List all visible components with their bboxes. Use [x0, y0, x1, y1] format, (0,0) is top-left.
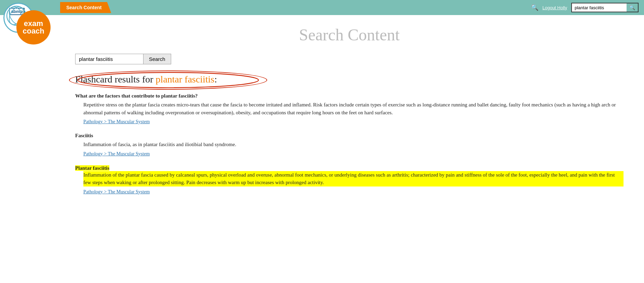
search-bar: Search	[75, 54, 624, 64]
top-search-input[interactable]	[572, 4, 627, 12]
result-1-question: What are the factors that contribute to …	[75, 93, 624, 99]
results-heading-suffix: :	[214, 74, 217, 85]
results-query-term: plantar fasciitis	[156, 74, 215, 85]
top-nav-right: 🔍 Logout Holly 🔍	[531, 3, 639, 12]
logo-container: abmp exam coach	[0, 0, 55, 38]
top-search-box: 🔍	[571, 3, 639, 12]
page-title: Search Content	[75, 25, 624, 44]
result-item-2: Fasciitis Inflammation of fascia, as in …	[75, 133, 624, 157]
search-content-tab[interactable]: Search Content	[60, 2, 111, 13]
top-search-submit[interactable]: 🔍	[627, 3, 638, 12]
result-3-answer: Inflammation of the plantar fascia cause…	[83, 171, 624, 186]
result-3-term: Plantar fasciitis	[75, 165, 109, 171]
logo-exam-text: exam	[24, 20, 43, 27]
result-1-answer: Repetitive stress on the plantar fascia …	[83, 101, 624, 116]
result-item-1: What are the factors that contribute to …	[75, 93, 624, 125]
logo-coach-text: coach	[23, 27, 44, 35]
result-3-term-wrapper: Plantar fasciitis	[75, 165, 109, 171]
results-heading-container: Flashcard results for plantar fasciitis:	[75, 74, 217, 85]
results-heading-prefix: Flashcard results for	[75, 74, 156, 85]
result-2-term: Fasciitis	[75, 133, 624, 139]
logo-orange-circle[interactable]: exam coach	[16, 10, 51, 44]
result-item-3: Plantar fasciitis Inflammation of the pl…	[75, 165, 624, 195]
main-search-button[interactable]: Search	[143, 54, 171, 64]
results-heading: Flashcard results for plantar fasciitis:	[75, 74, 217, 85]
result-1-link[interactable]: Pathology > The Muscular System	[83, 119, 150, 124]
result-2-answer: Inflammation of fascia, as in plantar fa…	[83, 141, 624, 149]
result-2-link[interactable]: Pathology > The Muscular System	[83, 151, 150, 156]
main-content: Search Content Search Flashcard results …	[55, 15, 644, 217]
top-nav: Search Content 🔍 Logout Holly 🔍	[0, 0, 644, 15]
result-3-link[interactable]: Pathology > The Muscular System	[83, 189, 150, 194]
main-search-input[interactable]	[75, 54, 143, 64]
logout-link[interactable]: Logout Holly	[543, 5, 567, 10]
top-search-icon[interactable]: 🔍	[531, 4, 538, 11]
